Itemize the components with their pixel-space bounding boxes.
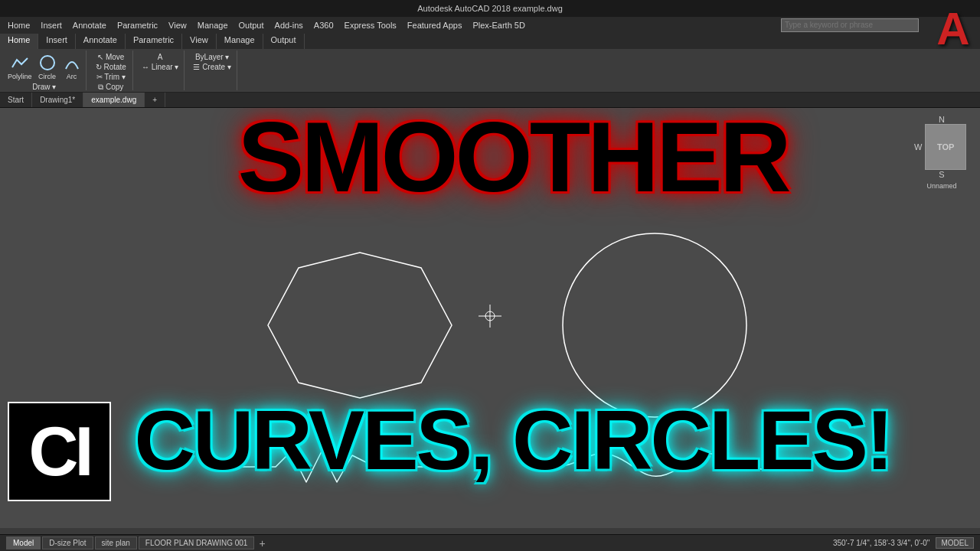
- compass-west: W: [911, 142, 925, 152]
- menu-home[interactable]: Home: [3, 19, 34, 31]
- linear-dim[interactable]: ↔ Linear ▾: [139, 62, 181, 72]
- coordinates-display: 350'-7 1/4", 158'-3 3/4", 0'-0": [833, 539, 929, 547]
- modify-group: ↖ Move ↻ Rotate ✂ Trim ▾ ⧉ Copy ⬡ Mirror…: [90, 51, 133, 90]
- main-canvas[interactable]: SMOOTHER CURVES, CIRCLES! N W TOP S Unna…: [0, 92, 980, 528]
- status-tab-floorplan[interactable]: FLOOR PLAN DRAWING 001: [139, 536, 255, 549]
- ribbon-tab-output[interactable]: Output: [263, 34, 305, 49]
- autocad-a-letter: A: [936, 6, 969, 52]
- ribbon: Home Insert Annotate Parametric View Man…: [0, 34, 980, 93]
- move-tool[interactable]: ↖ Move: [95, 52, 126, 62]
- ribbon-tabs: Home Insert Annotate Parametric View Man…: [0, 34, 980, 49]
- arc-tool[interactable]: Arc: [61, 52, 83, 82]
- status-tab-dsize[interactable]: D-size Plot: [42, 536, 93, 549]
- tab-bar: Start Drawing1* example.dwg +: [0, 93, 980, 108]
- menu-output[interactable]: Output: [234, 19, 269, 31]
- ci-box: CI: [8, 402, 111, 501]
- status-tab-siteplan[interactable]: site plan: [95, 536, 137, 549]
- arc-label: Arc: [67, 73, 77, 80]
- search-input[interactable]: [781, 18, 919, 32]
- menu-insert[interactable]: Insert: [36, 19, 67, 31]
- tab-drawing1[interactable]: Drawing1*: [32, 93, 83, 107]
- copy-tool[interactable]: ⧉ Copy: [96, 82, 126, 92]
- layer-dropdown[interactable]: ByLayer ▾: [193, 52, 231, 62]
- compass-we: W TOP: [911, 124, 972, 170]
- ci-text: CI: [29, 417, 90, 486]
- canvas-svg: [0, 92, 980, 528]
- layer-group: ByLayer ▾ ☰ Create ▾: [188, 51, 237, 90]
- ribbon-tab-annotate[interactable]: Annotate: [76, 34, 126, 49]
- trim-tool[interactable]: ✂ Trim ▾: [94, 72, 128, 82]
- title-bar: Autodesk AutoCAD 2018 example.dwg: [0, 0, 980, 17]
- ribbon-tab-view[interactable]: View: [182, 34, 217, 49]
- nav-cube[interactable]: N W TOP S Unnamed: [911, 115, 972, 199]
- status-right: 350'-7 1/4", 158'-3 3/4", 0'-0" MODEL: [833, 537, 974, 549]
- right-curve: [551, 454, 781, 477]
- ribbon-tab-manage[interactable]: Manage: [217, 34, 263, 49]
- cube-top-label: TOP: [934, 142, 957, 152]
- status-bar: Model D-size Plot site plan FLOOR PLAN D…: [0, 534, 980, 551]
- menu-parametric[interactable]: Parametric: [113, 19, 162, 31]
- left-curve: [237, 452, 429, 482]
- status-add-tab[interactable]: +: [256, 537, 268, 549]
- draw-group: Polyline Circle Arc Draw ▾: [3, 51, 87, 90]
- nav-cube-box[interactable]: TOP: [925, 124, 966, 170]
- compass-north: N: [911, 115, 972, 124]
- tab-start[interactable]: Start: [0, 93, 32, 107]
- annotation-group: A ↔ Linear ▾: [136, 51, 185, 90]
- polyline-tool[interactable]: Polyline: [6, 52, 34, 82]
- svg-point-0: [41, 56, 54, 70]
- create-group[interactable]: ☰ Create ▾: [191, 62, 234, 72]
- ribbon-content: Polyline Circle Arc Draw ▾ ↖ Move ↻ Rota…: [0, 49, 980, 92]
- circle-tool[interactable]: Circle: [37, 52, 58, 82]
- status-tabs: Model D-size Plot site plan FLOOR PLAN D…: [6, 536, 269, 549]
- ribbon-tab-home[interactable]: Home: [0, 34, 38, 49]
- ribbon-tab-parametric[interactable]: Parametric: [126, 34, 182, 49]
- octagon-shape: [268, 253, 452, 398]
- search-bar[interactable]: [781, 17, 919, 32]
- menu-featured[interactable]: Featured Apps: [403, 19, 467, 31]
- menu-plexearth[interactable]: Plex-Earth 5D: [468, 19, 529, 31]
- circle-shape: [563, 233, 746, 417]
- status-tab-model[interactable]: Model: [6, 536, 41, 549]
- draw-dropdown[interactable]: Draw ▾: [30, 82, 58, 92]
- tab-new[interactable]: +: [145, 93, 165, 107]
- ribbon-tab-insert[interactable]: Insert: [38, 34, 76, 49]
- autocad-logo: A: [926, 0, 980, 57]
- menu-manage[interactable]: Manage: [193, 19, 233, 31]
- view-unset-label: Unnamed: [911, 182, 972, 190]
- circle-label: Circle: [38, 73, 56, 80]
- title-text: Autodesk AutoCAD 2018 example.dwg: [417, 4, 563, 13]
- model-button[interactable]: MODEL: [936, 537, 974, 549]
- menu-view[interactable]: View: [164, 19, 191, 31]
- polyline-label: Polyline: [8, 73, 32, 80]
- text-tool[interactable]: A: [155, 52, 165, 62]
- menu-annotate[interactable]: Annotate: [68, 19, 111, 31]
- menu-addins[interactable]: Add-ins: [270, 19, 308, 31]
- tab-example[interactable]: example.dwg: [83, 93, 145, 107]
- compass-south: S: [911, 170, 972, 179]
- rotate-tool[interactable]: ↻ Rotate: [93, 62, 129, 72]
- menu-express[interactable]: Express Tools: [340, 19, 401, 31]
- menu-a360[interactable]: A360: [309, 19, 338, 31]
